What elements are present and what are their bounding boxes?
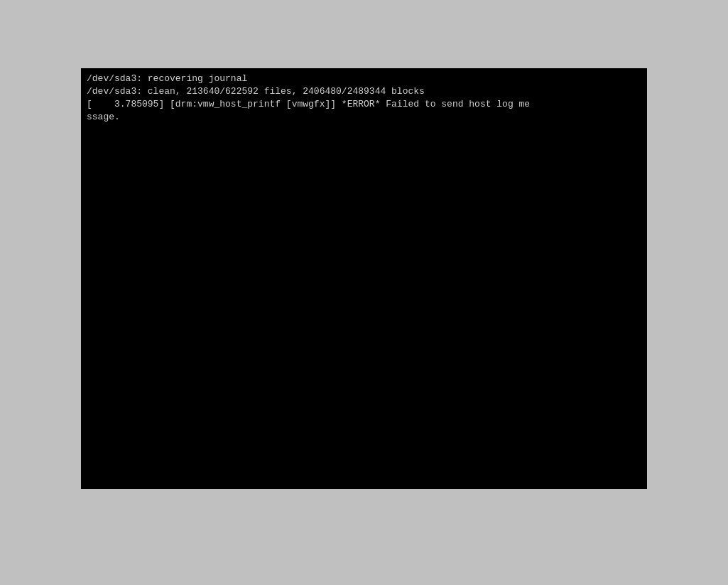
terminal-output: /dev/sda3: recovering journal /dev/sda3:… (81, 68, 647, 129)
terminal-window: /dev/sda3: recovering journal /dev/sda3:… (81, 68, 647, 489)
